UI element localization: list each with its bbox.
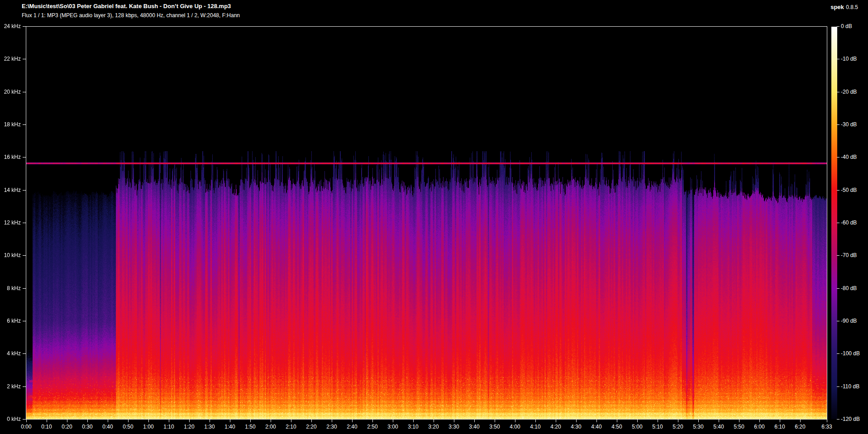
time-tick-label: 5:50	[730, 424, 749, 430]
db-tick	[837, 26, 839, 27]
time-tick-label: 3:00	[383, 424, 402, 430]
time-tick	[47, 420, 47, 422]
db-tick	[837, 386, 839, 387]
time-tick-label: 1:40	[220, 424, 239, 430]
time-tick	[658, 420, 658, 422]
time-tick	[250, 420, 251, 422]
time-tick-label: 0:40	[98, 424, 117, 430]
time-tick	[128, 420, 129, 422]
db-tick	[837, 223, 839, 223]
time-tick	[271, 420, 271, 422]
time-tick-label: 3:30	[444, 424, 463, 430]
db-tick	[837, 92, 839, 92]
time-tick	[189, 420, 190, 422]
freq-tick-label: 24 kHz	[0, 23, 21, 30]
time-tick	[719, 420, 719, 422]
db-tick	[837, 419, 839, 420]
spectrogram-canvas	[26, 27, 827, 419]
db-tick	[837, 190, 839, 191]
file-path-title: E:\Music\test\So\03 Peter Gabriel feat. …	[22, 3, 231, 10]
time-tick-label: 4:50	[607, 424, 626, 430]
time-tick-label: 0:10	[37, 424, 56, 430]
time-tick-label: 2:40	[343, 424, 362, 430]
time-tick	[596, 420, 597, 422]
freq-tick	[23, 223, 26, 223]
time-tick	[739, 420, 739, 422]
freq-tick-label: 14 kHz	[0, 186, 21, 194]
freq-tick	[23, 288, 26, 289]
time-tick-label: 0:30	[78, 424, 97, 430]
time-tick	[827, 420, 827, 422]
time-tick-label: 1:20	[180, 424, 199, 430]
time-tick	[230, 420, 230, 422]
time-tick	[780, 420, 780, 422]
time-tick	[169, 420, 169, 422]
db-tick-label: 0 dB	[841, 23, 852, 30]
time-tick-label: 2:10	[281, 424, 300, 430]
time-tick	[413, 420, 414, 422]
db-tick	[837, 321, 839, 321]
time-tick	[698, 420, 699, 422]
time-tick-label: 6:10	[770, 424, 789, 430]
time-tick	[332, 420, 332, 422]
db-tick	[837, 255, 839, 256]
time-tick-label: 4:30	[567, 424, 586, 430]
time-tick-label: 6:33	[817, 424, 836, 430]
freq-tick-label: 16 kHz	[0, 153, 21, 161]
freq-tick	[23, 255, 26, 256]
time-tick	[474, 420, 475, 422]
time-tick-label: 3:10	[404, 424, 423, 430]
time-tick-label: 1:30	[200, 424, 219, 430]
freq-tick-label: 22 kHz	[0, 55, 21, 62]
time-tick-label: 5:40	[709, 424, 728, 430]
stream-info: Flux 1 / 1: MP3 (MPEG audio layer 3), 12…	[22, 12, 240, 19]
time-tick-label: 5:00	[628, 424, 647, 430]
db-tick-label: -80 dB	[841, 285, 857, 292]
time-tick	[556, 420, 556, 422]
time-tick-label: 4:00	[506, 424, 525, 430]
freq-tick-label: 10 kHz	[0, 252, 21, 259]
db-tick-label: -110 dB	[841, 383, 859, 390]
db-tick-label: -90 dB	[841, 317, 857, 324]
time-tick	[495, 420, 495, 422]
freq-tick-label: 6 kHz	[0, 317, 21, 324]
time-tick	[26, 420, 27, 422]
time-tick-label: 5:30	[689, 424, 708, 430]
db-tick	[837, 124, 839, 125]
time-tick	[372, 420, 373, 422]
time-tick	[434, 420, 434, 422]
time-tick-label: 6:20	[791, 424, 810, 430]
freq-tick-label: 12 kHz	[0, 219, 21, 226]
db-tick-label: -50 dB	[841, 186, 857, 194]
freq-tick-label: 8 kHz	[0, 285, 21, 292]
db-tick-label: -120 dB	[841, 415, 860, 423]
time-tick	[352, 420, 353, 422]
time-tick-label: 4:40	[587, 424, 606, 430]
db-tick-label: -40 dB	[841, 153, 857, 161]
time-tick	[637, 420, 638, 422]
time-tick	[678, 420, 678, 422]
time-tick	[148, 420, 149, 422]
time-tick-label: 3:20	[424, 424, 443, 430]
time-tick-label: 1:00	[139, 424, 158, 430]
time-tick-label: 5:20	[668, 424, 687, 430]
time-tick	[87, 420, 88, 422]
freq-tick-label: 18 kHz	[0, 121, 21, 128]
app-name: spek	[830, 4, 844, 10]
time-tick-label: 4:10	[526, 424, 545, 430]
freq-tick-label: 4 kHz	[0, 350, 21, 357]
time-tick	[800, 420, 801, 422]
time-tick-label: 2:30	[322, 424, 341, 430]
db-tick-label: -60 dB	[841, 219, 857, 226]
db-tick-label: -20 dB	[841, 88, 857, 95]
db-tick	[837, 288, 839, 289]
time-tick	[311, 420, 312, 422]
freq-tick	[23, 386, 26, 387]
time-tick	[291, 420, 291, 422]
db-tick	[837, 157, 839, 157]
db-tick-label: -10 dB	[841, 55, 857, 62]
freq-tick	[23, 353, 26, 354]
freq-tick	[23, 157, 26, 157]
time-tick-label: 2:00	[261, 424, 280, 430]
time-tick	[617, 420, 617, 422]
